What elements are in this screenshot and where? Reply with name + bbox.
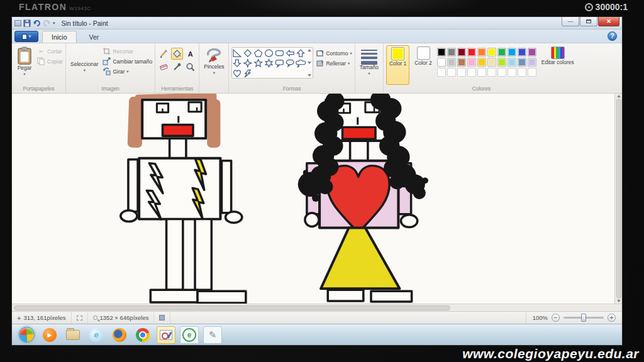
taskbar-icon-media-player[interactable]: ▶ (40, 326, 59, 344)
palette-swatch[interactable] (437, 58, 446, 67)
cut-button[interactable]: ✂ Cortar (37, 47, 63, 55)
save-icon[interactable] (23, 19, 31, 27)
color1-button[interactable]: Color 1 (386, 45, 409, 85)
vertical-scroll-thumb[interactable] (616, 99, 621, 299)
text-tool[interactable]: A (184, 48, 196, 60)
taskbar-icon-eset[interactable]: e (180, 326, 199, 344)
paste-button[interactable]: Pegar ▾ (14, 45, 35, 85)
titlebar: ▾ Sin título - Paint — ✕ (12, 17, 622, 30)
palette-swatch[interactable] (497, 68, 506, 77)
palette-swatch[interactable] (447, 48, 456, 57)
menu-doc-icon (22, 34, 27, 40)
status-bar: + 313, 161píxeles 1352 × 646píxeles 100%… (12, 311, 622, 324)
zoom-out-button[interactable]: − (552, 314, 560, 322)
undo-icon[interactable] (33, 19, 41, 27)
palette-swatch[interactable] (437, 68, 446, 77)
color1-swatch (391, 47, 404, 60)
resize-button[interactable]: Cambiar tamaño (103, 57, 152, 65)
palette-swatch[interactable] (447, 58, 456, 67)
palette-swatch[interactable] (467, 58, 476, 67)
palette-swatch[interactable] (447, 68, 456, 77)
palette-swatch[interactable] (457, 68, 466, 77)
copy-button[interactable]: Copiar (37, 57, 63, 65)
size-caret-icon: ▾ (368, 71, 370, 75)
palette-swatch[interactable] (518, 58, 526, 67)
taskbar-icon-pen-tool[interactable]: ✎ (203, 326, 222, 344)
taskbar-icon-start-orb[interactable] (17, 326, 36, 344)
edit-colors-button[interactable]: Editar colores (539, 45, 577, 85)
palette-swatch[interactable] (497, 58, 506, 67)
resize-icon (103, 57, 111, 65)
brushes-button[interactable]: Pinceles ▾ (202, 45, 226, 91)
palette-swatch[interactable] (457, 48, 466, 57)
palette-swatch[interactable] (528, 48, 536, 57)
taskbar-icon-firefox[interactable] (110, 326, 129, 344)
vertical-scrollbar[interactable] (614, 94, 622, 304)
cursor-position: + 313, 161píxeles (12, 312, 72, 324)
palette-swatch[interactable] (477, 68, 486, 77)
palette-swatch[interactable] (508, 48, 516, 57)
zoom-slider[interactable] (564, 317, 604, 319)
chrome-icon (136, 328, 150, 342)
crop-button[interactable]: Recortar (103, 47, 152, 55)
drawing-canvas[interactable] (12, 94, 614, 304)
redo-icon[interactable] (43, 19, 51, 27)
firefox-icon (113, 328, 126, 342)
palette-swatch[interactable] (528, 68, 536, 77)
qat-dropdown-icon[interactable]: ▾ (53, 21, 55, 26)
palette-swatch[interactable] (518, 68, 526, 77)
palette-swatch[interactable] (497, 48, 506, 57)
tab-ver[interactable]: Ver (80, 31, 108, 43)
taskbar-icon-chrome[interactable] (133, 326, 152, 344)
magnifier-tool[interactable] (184, 61, 196, 73)
pencil-tool[interactable] (158, 48, 170, 60)
zoom-in-button[interactable]: + (608, 314, 616, 322)
help-button[interactable]: ? (608, 31, 617, 41)
windows-taskbar: ▶ee✎ (12, 324, 622, 345)
watermark: www.colegioyapeyu.edu.ar (462, 346, 639, 361)
zoom-slider-thumb[interactable] (581, 314, 586, 322)
shapes-scrollbar[interactable] (307, 48, 313, 78)
horizontal-scroll-thumb[interactable] (14, 305, 450, 310)
brush-icon (204, 47, 223, 64)
gallery-expand-icon (308, 74, 311, 77)
group-label-colors: Colores (386, 85, 577, 92)
palette-swatch[interactable] (437, 48, 446, 57)
fill-tool-selected[interactable] (171, 48, 183, 60)
rotate-button[interactable]: Girar ▾ (103, 67, 152, 75)
palette-swatch[interactable] (528, 58, 536, 67)
eraser-tool[interactable] (158, 61, 170, 73)
restore-button[interactable] (580, 17, 597, 26)
palette-swatch[interactable] (508, 68, 516, 77)
scroll-up-icon (308, 49, 311, 52)
color2-button[interactable]: Color 2 (412, 45, 434, 85)
size-button[interactable]: Tamaño ▾ (358, 45, 380, 91)
shapes-gallery[interactable] (231, 47, 313, 79)
tab-inicio[interactable]: Inicio (42, 31, 77, 43)
brushes-caret-icon: ▾ (213, 70, 215, 75)
taskbar-icon-paint[interactable] (157, 326, 175, 344)
palette-swatch[interactable] (518, 48, 526, 57)
bezel-glare (226, 0, 491, 16)
monitor-bezel: FLATRONW1943C 30000:1 ▾ Sin título - Pai… (0, 0, 644, 362)
palette-swatch[interactable] (508, 58, 516, 67)
color-picker-tool[interactable] (171, 61, 183, 73)
fill-button[interactable]: Rellenar ▾ (316, 59, 352, 67)
paint-menu-button[interactable]: ▾ (14, 31, 38, 42)
taskbar-icon-internet-explorer[interactable]: e (87, 326, 106, 344)
palette-swatch[interactable] (467, 68, 476, 77)
palette-swatch[interactable] (487, 68, 496, 77)
palette-swatch[interactable] (467, 48, 476, 57)
palette-swatch[interactable] (477, 58, 486, 67)
close-button[interactable]: ✕ (598, 17, 619, 26)
palette-swatch[interactable] (457, 58, 466, 67)
horizontal-scrollbar[interactable] (12, 304, 622, 311)
minimize-button[interactable]: — (562, 17, 579, 26)
select-button[interactable]: Seleccionar ▾ (69, 45, 100, 85)
palette-swatch[interactable] (487, 58, 496, 67)
outline-button[interactable]: Contorno ▾ (316, 49, 352, 57)
palette-swatch[interactable] (477, 48, 486, 57)
selection-icon (77, 315, 82, 321)
taskbar-icon-explorer[interactable] (64, 326, 82, 344)
palette-swatch[interactable] (487, 48, 496, 57)
